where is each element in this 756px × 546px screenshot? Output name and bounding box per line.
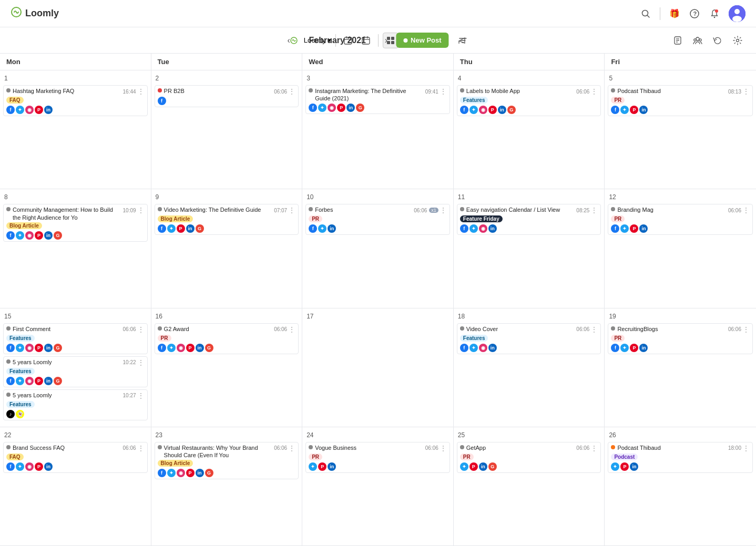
tw-icon: ✦ <box>469 224 478 233</box>
ig-icon: ◉ <box>25 106 34 114</box>
help-icon[interactable]: ? <box>689 8 700 19</box>
post-more-button[interactable]: ⋮ <box>590 444 598 452</box>
post-more-button[interactable]: ⋮ <box>440 87 447 96</box>
refresh-icon[interactable] <box>710 33 726 48</box>
calendar-cell-2-3[interactable]: 10Forbes06:06x1⋮PRf✦in <box>302 189 454 307</box>
post-card[interactable]: G2 Award06:06⋮PRf✦◉PinG <box>155 323 299 354</box>
calendar-cell-3-1[interactable]: 15First Comment06:06⋮Featuresf✦◉PinG5 ye… <box>0 308 151 427</box>
calendar-cell-1-3[interactable]: 3Instagram Marketing: The Definitive Gui… <box>302 70 454 189</box>
team-icon[interactable] <box>690 33 706 48</box>
bell-icon[interactable] <box>709 8 720 19</box>
settings-icon[interactable] <box>730 33 745 48</box>
post-card[interactable]: PR B2B06:06⋮f <box>155 85 299 107</box>
post-card[interactable]: Easy navigation Calendar / List View08:2… <box>457 204 601 235</box>
calendar-cell-3-4[interactable]: 18Video Cover06:06⋮Featuresf✦◉in <box>454 308 605 427</box>
calendar-cell-1-5[interactable]: 5Podcast Thibaud08:13⋮PRf✦Pin <box>605 70 756 189</box>
post-more-button[interactable]: ⋮ <box>137 358 145 367</box>
calendar-cell-3-2[interactable]: 16G2 Award06:06⋮PRf✦◉PinG <box>151 308 303 427</box>
notes-icon[interactable] <box>670 33 686 48</box>
post-card[interactable]: Video Marketing: The Definitive Guide07:… <box>155 204 299 235</box>
post-more-button[interactable]: ⋮ <box>742 325 750 334</box>
ig-icon: ◉ <box>177 344 185 352</box>
post-card[interactable]: Branding Mag06:06⋮PRf✦Pin <box>608 204 753 235</box>
post-more-button[interactable]: ⋮ <box>742 444 750 452</box>
post-card[interactable]: Vogue Business06:06⋮PR✦Pin <box>305 442 450 473</box>
tw-icon: ✦ <box>16 462 24 471</box>
post-tag: Features <box>6 368 35 375</box>
calendar-cell-4-1[interactable]: 22Brand Success FAQ06:06⋮FAQf✦◉Pin <box>0 427 151 545</box>
calendar-cell-4-4[interactable]: 25GetApp06:06⋮PR✦PinG <box>454 427 605 545</box>
calendar-cell-1-1[interactable]: 1Hashtag Marketing FAQ16:44⋮FAQf✦◉Pin <box>0 70 151 189</box>
post-card[interactable]: RecruitingBlogs06:06⋮PRf✦Pin <box>608 323 753 354</box>
calendar-cell-1-4[interactable]: 4Labels to Mobile App06:06⋮Featuresf✦◉Pi… <box>454 70 605 189</box>
day-header-thu: Thu <box>454 54 605 70</box>
calendar-cell-2-2[interactable]: 9Video Marketing: The Definitive Guide07… <box>151 189 303 307</box>
calendar-cell-3-5[interactable]: 19RecruitingBlogs06:06⋮PRf✦Pin <box>605 308 756 427</box>
filter-icon[interactable] <box>455 33 471 48</box>
post-status-dot <box>460 207 464 211</box>
post-more-button[interactable]: ⋮ <box>288 87 295 96</box>
post-card[interactable]: Virtual Restaurants: Why Your Brand Shou… <box>155 442 299 480</box>
post-more-button[interactable]: ⋮ <box>137 325 145 334</box>
post-title-row: Easy navigation Calendar / List View <box>460 206 560 213</box>
calendar-cell-2-1[interactable]: 8Community Management: How to Build the … <box>0 189 151 307</box>
avatar[interactable] <box>729 5 745 22</box>
post-title: Community Management: How to Build the R… <box>13 206 121 221</box>
post-card[interactable]: GetApp06:06⋮PR✦PinG <box>457 442 601 473</box>
li-icon: in <box>44 462 53 471</box>
tik-icon: ♪ <box>6 410 15 418</box>
post-card[interactable]: Brand Success FAQ06:06⋮FAQf✦◉Pin <box>3 442 148 473</box>
post-card[interactable]: Forbes06:06x1⋮PRf✦in <box>305 204 450 235</box>
post-more-button[interactable]: ⋮ <box>137 206 145 214</box>
calendar-cell-2-5[interactable]: 12Branding Mag06:06⋮PRf✦Pin <box>605 189 756 307</box>
post-socials: f✦◉PinG <box>6 231 145 240</box>
post-more-button[interactable]: ⋮ <box>288 206 295 214</box>
post-card[interactable]: Instagram Marketing: The Definitive Guid… <box>305 85 450 114</box>
post-more-button[interactable]: ⋮ <box>590 87 598 96</box>
post-meta: 08:25⋮ <box>576 206 598 214</box>
post-more-button[interactable]: ⋮ <box>137 87 145 96</box>
post-time: 06:06 <box>728 208 741 213</box>
post-more-button[interactable]: ⋮ <box>440 206 447 214</box>
goog-icon: G <box>205 469 213 477</box>
post-socials: f✦◉in <box>460 344 598 352</box>
next-month-button[interactable]: › <box>383 34 390 47</box>
calendar-cell-4-3[interactable]: 24Vogue Business06:06⋮PR✦Pin <box>302 427 454 545</box>
pi-icon: P <box>630 344 638 352</box>
calendar-cell-1-2[interactable]: 2PR B2B06:06⋮f <box>151 70 303 189</box>
post-more-button[interactable]: ⋮ <box>137 444 145 452</box>
post-status-dot <box>611 326 615 331</box>
calendar-cell-4-2[interactable]: 23Virtual Restaurants: Why Your Brand Sh… <box>151 427 303 545</box>
post-card[interactable]: Community Management: How to Build the R… <box>3 204 148 242</box>
post-more-button[interactable]: ⋮ <box>590 325 598 334</box>
search-icon[interactable] <box>640 8 651 19</box>
calendar-cell-3-3[interactable]: 17 <box>302 308 454 427</box>
post-title: Podcast Thibaud <box>617 87 660 95</box>
calendar-cell-4-5[interactable]: 26Podcast Thibaud18:00⋮Podcast✦Pin <box>605 427 756 545</box>
post-card[interactable]: Hashtag Marketing FAQ16:44⋮FAQf✦◉Pin <box>3 85 148 116</box>
new-post-button[interactable]: New Post <box>396 33 449 48</box>
post-more-button[interactable]: ⋮ <box>137 392 145 400</box>
post-more-button[interactable]: ⋮ <box>742 87 750 96</box>
post-socials: ✦Pin <box>611 462 750 471</box>
post-more-button[interactable]: ⋮ <box>288 444 295 452</box>
post-more-button[interactable]: ⋮ <box>590 206 598 214</box>
prev-month-button[interactable]: ‹ <box>285 34 292 47</box>
post-more-button[interactable]: ⋮ <box>288 325 295 334</box>
date-number: 2 <box>155 74 299 83</box>
post-card[interactable]: 5 years Loomly10:22⋮Featuresf✦◉PinG <box>3 356 148 387</box>
post-more-button[interactable]: ⋮ <box>742 206 750 214</box>
post-card[interactable]: First Comment06:06⋮Featuresf✦◉PinG <box>3 323 148 354</box>
post-card[interactable]: Labels to Mobile App06:06⋮Featuresf✦◉Pin… <box>457 85 601 116</box>
post-status-dot <box>460 88 464 92</box>
li-icon: in <box>488 224 497 233</box>
post-card[interactable]: Video Cover06:06⋮Featuresf✦◉in <box>457 323 601 354</box>
post-card[interactable]: Podcast Thibaud08:13⋮PRf✦Pin <box>608 85 753 116</box>
post-more-button[interactable]: ⋮ <box>440 444 447 452</box>
calendar-cell-2-4[interactable]: 11Easy navigation Calendar / List View08… <box>454 189 605 307</box>
gift-icon[interactable]: 🎁 <box>669 8 680 19</box>
post-title-row: RecruitingBlogs <box>611 325 658 333</box>
post-tag: FAQ <box>6 97 24 104</box>
post-card[interactable]: 5 years Loomly10:27⋮Features♪👻 <box>3 389 148 420</box>
post-card[interactable]: Podcast Thibaud18:00⋮Podcast✦Pin <box>608 442 753 473</box>
